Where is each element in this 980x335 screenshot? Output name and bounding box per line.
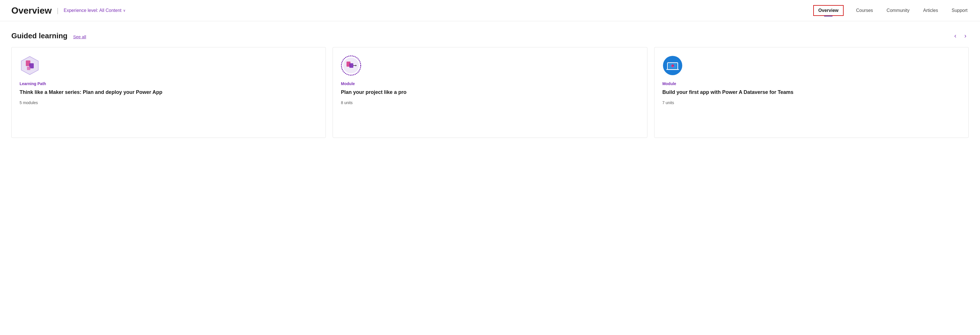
page-title: Overview — [11, 5, 52, 16]
card-2[interactable]: Module Plan your project like a pro 8 un… — [332, 47, 647, 138]
card-1-type: Learning Path — [19, 81, 318, 86]
card-2-title: Plan your project like a pro — [341, 89, 639, 96]
cards-container: Learning Path Think like a Maker series:… — [11, 47, 969, 138]
header-left: Overview | Experience level: All Content… — [11, 5, 813, 16]
tab-community[interactable]: Community — [886, 6, 911, 15]
main-content: Guided learning See all ‹ › Learning Pat… — [0, 21, 980, 149]
card-3-type: Module — [662, 81, 961, 86]
next-arrow-button[interactable]: › — [962, 32, 969, 40]
svg-rect-3 — [27, 67, 30, 70]
header-divider: | — [57, 6, 59, 14]
card-3-meta: 7 units — [662, 100, 961, 105]
tab-support[interactable]: Support — [950, 6, 969, 15]
card-1[interactable]: Learning Path Think like a Maker series:… — [11, 47, 326, 138]
card-2-meta: 8 units — [341, 100, 639, 105]
prev-arrow-button[interactable]: ‹ — [952, 32, 958, 40]
experience-level-button[interactable]: Experience level: All Content ∨ — [64, 7, 126, 14]
nav-arrows: ‹ › — [952, 32, 969, 40]
section-header-left: Guided learning See all — [11, 32, 86, 40]
tab-articles[interactable]: Articles — [922, 6, 939, 15]
tab-courses[interactable]: Courses — [855, 6, 874, 15]
top-header: Overview | Experience level: All Content… — [0, 0, 980, 21]
see-all-link[interactable]: See all — [73, 34, 86, 39]
card-2-type: Module — [341, 81, 639, 86]
guided-learning-title: Guided learning — [11, 32, 67, 40]
svg-rect-7 — [349, 63, 353, 68]
chevron-down-icon: ∨ — [123, 8, 126, 13]
card-3-icon — [662, 55, 683, 76]
card-2-icon — [341, 55, 361, 76]
card-1-icon — [19, 55, 40, 76]
nav-tabs: Overview Courses Community Articles Supp… — [813, 5, 969, 16]
card-1-title: Think like a Maker series: Plan and depl… — [19, 89, 318, 96]
experience-level-label: Experience level: All Content — [64, 8, 122, 13]
card-1-meta: 5 modules — [19, 100, 318, 105]
section-header: Guided learning See all ‹ › — [11, 32, 969, 40]
card-3-title: Build your first app with Power A Datave… — [662, 89, 961, 96]
card-3[interactable]: Module Build your first app with Power A… — [654, 47, 969, 138]
tab-overview[interactable]: Overview — [813, 5, 843, 16]
